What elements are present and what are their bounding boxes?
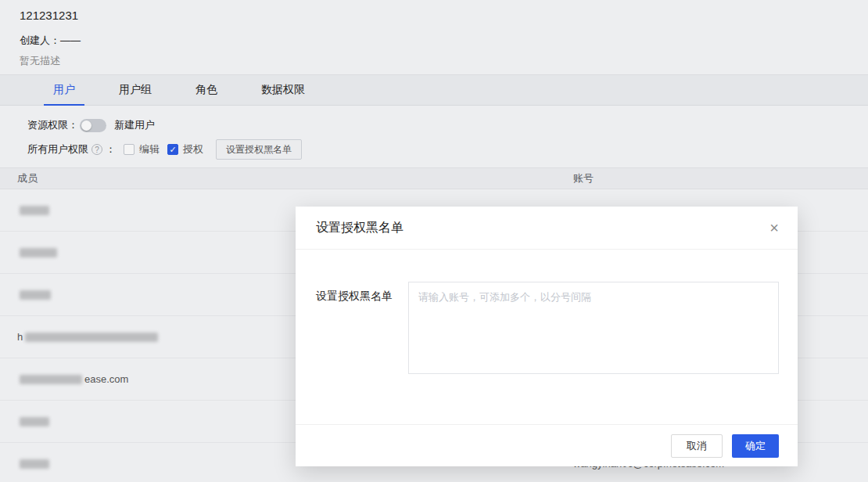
close-icon[interactable]: × [769,220,779,236]
modal-body: 设置授权黑名单 [296,250,798,424]
page: 121231231 创建人：—— 暂无描述 用户 用户组 角色 数据权限 资源权… [0,0,868,482]
confirm-button[interactable]: 确定 [732,434,779,458]
modal-header: 设置授权黑名单 × [296,207,798,250]
blacklist-field-label: 设置授权黑名单 [316,282,408,424]
set-blacklist-modal: 设置授权黑名单 × 设置授权黑名单 取消 确定 [296,207,798,466]
modal-title: 设置授权黑名单 [316,220,769,236]
blacklist-textarea[interactable] [408,282,779,374]
cancel-button[interactable]: 取消 [671,434,723,458]
modal-footer: 取消 确定 [296,424,798,466]
